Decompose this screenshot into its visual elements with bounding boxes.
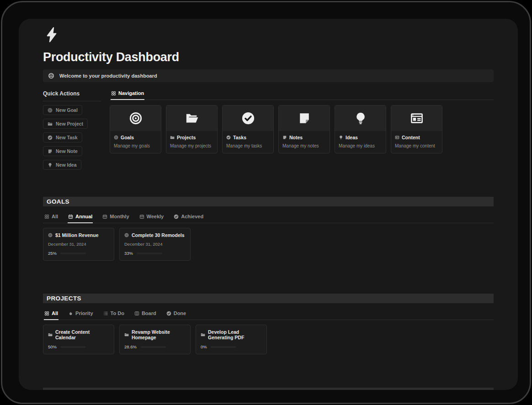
- projects-tab-all[interactable]: All: [44, 309, 59, 320]
- note-icon: [48, 149, 53, 154]
- nav-card-ideas[interactable]: Ideas Manage my ideas: [335, 105, 386, 153]
- projects-tab-todo[interactable]: To Do: [103, 309, 125, 320]
- nav-card-goals-subtitle: Manage my goals: [114, 143, 157, 148]
- check-circle-icon: [166, 311, 171, 316]
- check-circle-icon: [241, 111, 255, 125]
- progress-bar: [60, 252, 86, 254]
- goals-section: GOALS All Annual Monthly Weekly Achieved…: [43, 197, 494, 261]
- goals-tab-weekly[interactable]: Weekly: [139, 212, 165, 223]
- nav-card-notes[interactable]: Notes Manage my notes: [278, 105, 330, 153]
- nav-card-goals[interactable]: Goals Manage my goals: [110, 105, 161, 153]
- new-goal-button[interactable]: New Goal: [43, 105, 82, 115]
- target-icon: [48, 108, 53, 113]
- goals-tab-achieved[interactable]: Achieved: [173, 212, 204, 223]
- projects-tab-priority[interactable]: Priority: [68, 309, 94, 320]
- nav-card-tasks-title: Tasks: [233, 135, 246, 140]
- nav-card-notes-title: Notes: [289, 135, 303, 140]
- quick-actions-panel: Quick Actions New Goal New Project New T…: [43, 89, 110, 170]
- grid-icon: [44, 214, 49, 219]
- projects-tab-done[interactable]: Done: [166, 309, 187, 320]
- new-goal-label: New Goal: [56, 107, 78, 113]
- project-progress-label: 28.6%: [124, 344, 137, 349]
- projects-tab-done-label: Done: [174, 310, 186, 316]
- projects-tab-all-label: All: [52, 310, 58, 316]
- ideas-cover: [335, 105, 386, 131]
- navigation-tabbar: Navigation: [110, 89, 494, 100]
- projects-tab-board[interactable]: Board: [134, 309, 157, 320]
- layout-icon: [410, 111, 424, 125]
- new-task-button[interactable]: New Task: [43, 132, 82, 142]
- nav-card-projects[interactable]: Projects Manage my projects: [166, 105, 218, 153]
- project-cards: Create Content Calendar 50% Revamp Websi…: [43, 325, 494, 354]
- projects-tabbar: All Priority To Do Board Done: [43, 309, 494, 320]
- progress-bar: [140, 346, 166, 348]
- check-circle-icon: [48, 135, 53, 140]
- new-note-button[interactable]: New Note: [43, 146, 82, 156]
- projects-heading: PROJECTS: [43, 294, 494, 303]
- calendar-icon: [139, 214, 144, 219]
- nav-card-tasks[interactable]: Tasks Manage my tasks: [222, 105, 274, 153]
- goal-title: $1 Million Revenue: [55, 232, 99, 238]
- project-card-lead-pdf[interactable]: Develop Lead Generating PDF 0%: [196, 325, 267, 354]
- folder-icon: [170, 135, 175, 140]
- target-icon: [124, 233, 129, 237]
- nav-card-ideas-title: Ideas: [346, 135, 358, 140]
- nav-card-projects-subtitle: Manage my projects: [170, 143, 213, 148]
- calendar-icon: [68, 214, 73, 219]
- projects-cover: [166, 105, 217, 131]
- new-project-label: New Project: [56, 121, 83, 126]
- welcome-callout: Welcome to your productivity dashboard: [43, 69, 494, 82]
- goal-progress-label: 25%: [48, 251, 57, 256]
- goal-card-30-remodels[interactable]: Complete 30 Remodels December 31, 2024 3…: [119, 228, 191, 261]
- new-task-label: New Task: [56, 135, 78, 140]
- projects-tab-board-label: Board: [142, 310, 156, 316]
- nav-card-tasks-subtitle: Manage my tasks: [226, 143, 270, 148]
- goal-progress-label: 33%: [124, 251, 133, 256]
- goal-date: December 31, 2024: [124, 242, 186, 247]
- content-cover: [391, 105, 442, 131]
- list-icon: [103, 311, 108, 316]
- nav-card-content-title: Content: [402, 135, 420, 140]
- note-icon: [282, 135, 287, 140]
- grid-icon: [111, 91, 116, 96]
- projects-tab-todo-label: To Do: [111, 310, 124, 316]
- goals-tab-monthly-label: Monthly: [110, 214, 129, 219]
- projects-section: PROJECTS All Priority To Do Board Done C…: [43, 294, 494, 354]
- tab-navigation-label: Navigation: [118, 90, 144, 96]
- folder-open-icon: [185, 111, 199, 125]
- goals-tabbar: All Annual Monthly Weekly Achieved: [43, 212, 494, 223]
- navigation-panel: Navigation Goals Manage my goals: [110, 89, 494, 170]
- goal-date: December 31, 2024: [48, 242, 109, 247]
- nav-card-projects-title: Projects: [177, 135, 196, 140]
- nav-card-content[interactable]: Content Manage my content: [391, 105, 442, 153]
- project-card-website-homepage[interactable]: Revamp Website Homepage 28.6%: [119, 325, 191, 354]
- nav-card-ideas-subtitle: Manage my ideas: [339, 143, 382, 148]
- goal-cards: $1 Million Revenue December 31, 2024 25%…: [43, 228, 494, 261]
- goals-cover: [110, 105, 161, 131]
- nav-card-content-subtitle: Manage my content: [395, 143, 438, 148]
- folder-icon: [201, 332, 205, 337]
- goals-tab-weekly-label: Weekly: [147, 214, 164, 219]
- goals-tab-annual[interactable]: Annual: [68, 212, 93, 223]
- project-progress: 50%: [48, 344, 109, 349]
- new-note-label: New Note: [56, 148, 78, 154]
- project-progress: 28.6%: [124, 344, 186, 349]
- check-circle-icon: [174, 214, 179, 219]
- note-icon: [298, 111, 311, 125]
- page-title: Productivity Dashboard: [43, 50, 494, 64]
- progress-bar: [60, 346, 86, 348]
- tab-navigation[interactable]: Navigation: [111, 89, 144, 100]
- flame-icon: [68, 311, 73, 316]
- new-project-button[interactable]: New Project: [43, 119, 88, 129]
- project-progress: 0%: [201, 344, 262, 349]
- goal-card-1m-revenue[interactable]: $1 Million Revenue December 31, 2024 25%: [43, 228, 114, 261]
- quick-actions-title: Quick Actions: [43, 89, 101, 101]
- tasks-heading: TASKS: [43, 388, 494, 390]
- nav-card-goals-title: Goals: [121, 135, 134, 140]
- target-icon: [48, 233, 53, 237]
- goals-tab-all[interactable]: All: [44, 212, 59, 223]
- project-card-content-calendar[interactable]: Create Content Calendar 50%: [43, 325, 114, 354]
- goals-tab-monthly[interactable]: Monthly: [102, 212, 129, 223]
- new-idea-button[interactable]: New Idea: [43, 160, 81, 170]
- goals-tab-achieved-label: Achieved: [181, 214, 203, 219]
